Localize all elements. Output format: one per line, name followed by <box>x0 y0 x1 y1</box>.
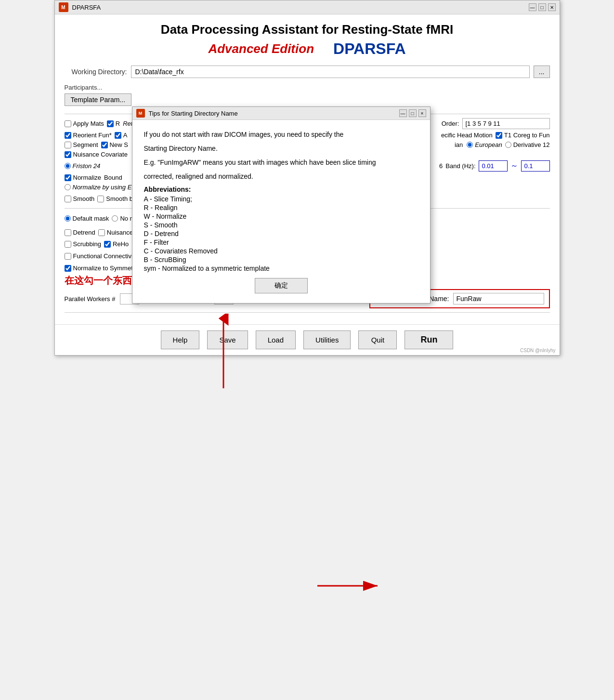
specific-head-motion-label: ecific Head Motion <box>441 132 493 139</box>
a-input[interactable] <box>115 132 121 139</box>
title-bar: M DPARSFA — □ ✕ <box>55 0 560 14</box>
reho-input[interactable] <box>104 241 111 248</box>
t1-coreg-checkbox[interactable]: T1 Coreg to Fun <box>496 132 550 139</box>
abbr-item-4: D - Detrend <box>144 230 418 238</box>
abbr-item-7: B - ScruBBing <box>144 256 418 264</box>
order-label: Order: <box>442 120 459 127</box>
new-s-input[interactable] <box>101 142 108 148</box>
functional-connectivity-input[interactable] <box>65 253 71 260</box>
dialog-maximize-btn[interactable]: □ <box>409 109 417 117</box>
friston24-input[interactable] <box>65 163 71 169</box>
t1-coreg-input[interactable] <box>496 132 502 139</box>
participant-label: Participants... <box>65 84 103 91</box>
quit-button[interactable]: Quit <box>358 330 397 349</box>
apply-mats-checkbox[interactable]: Apply Mats <box>65 120 104 127</box>
order-input[interactable] <box>462 118 550 129</box>
bound-label: Bound <box>104 174 122 181</box>
dialog-ok-button[interactable]: 确定 <box>255 278 308 293</box>
maximize-btn[interactable]: □ <box>538 3 546 11</box>
smooth-input[interactable] <box>65 196 71 202</box>
utilities-button[interactable]: Utilities <box>303 330 351 349</box>
smooth-checkbox[interactable]: Smooth <box>65 195 95 202</box>
detrend-checkbox[interactable]: Detrend <box>65 229 95 236</box>
new-s-checkbox[interactable]: New S <box>101 141 128 148</box>
r-checkbox[interactable]: R <box>107 120 120 127</box>
apply-mats-input[interactable] <box>65 120 71 127</box>
main-window: M DPARSFA — □ ✕ Data Processing Assistan… <box>54 0 560 356</box>
r-input[interactable] <box>107 120 114 127</box>
subtitle-row: Advanced Edition DPARSFA <box>65 40 550 58</box>
no-mask-input[interactable] <box>112 215 118 222</box>
tilde-symbol: ～ <box>510 161 518 171</box>
smooth-dartel-input[interactable] <box>97 196 104 202</box>
window-title: DPARSFA <box>72 4 525 11</box>
scrubbing-checkbox[interactable]: Scrubbing <box>65 240 102 248</box>
detrend-input[interactable] <box>65 229 71 236</box>
dialog-content: If you do not start with raw DICOM image… <box>132 120 430 303</box>
dialog-body-line2: Starting Directory Name. <box>144 144 418 154</box>
browse-button[interactable]: ... <box>534 66 550 78</box>
nuisance-covariate-input[interactable] <box>65 151 71 158</box>
reorient-fun-input[interactable] <box>65 132 71 139</box>
window-controls: — □ ✕ <box>529 3 556 11</box>
dialog-title-bar: M Tips for Starting Directory Name — □ × <box>132 107 430 120</box>
dialog-minimize-btn[interactable]: — <box>399 109 407 117</box>
band-min-input[interactable] <box>479 160 508 172</box>
abbr-item-1: R - Realign <box>144 204 418 211</box>
working-dir-row: Working Directory: ... <box>65 66 550 78</box>
dialog-body-line3: E.g. "FunImgARW" means you start with im… <box>144 158 418 168</box>
app-icon: M <box>59 2 68 12</box>
load-button[interactable]: Load <box>256 330 296 349</box>
segment-input[interactable] <box>65 142 71 148</box>
abbr-item-3: S - Smooth <box>144 221 418 229</box>
dialog-body-line4: corrected, realigned and normalized. <box>144 172 418 182</box>
reorient-fun-checkbox[interactable]: Reorient Fun* <box>65 132 112 139</box>
starting-dir-input[interactable] <box>453 293 544 304</box>
friston24-radio[interactable]: Friston 24 <box>65 162 101 170</box>
help-button[interactable]: Help <box>161 330 200 349</box>
normalize-symmetric-input[interactable] <box>65 265 71 272</box>
reho-checkbox[interactable]: ReHo <box>104 240 129 248</box>
main-title: Data Processing Assistant for Resting-St… <box>65 22 550 37</box>
european-radio-input[interactable] <box>467 142 473 148</box>
band-hz-label2: Band (Hz): <box>445 162 475 170</box>
dialog-abbr-list: A - Slice Timing;R - RealignW - Normaliz… <box>144 195 418 272</box>
segment-checkbox[interactable]: Segment <box>65 141 98 148</box>
minimize-btn[interactable]: — <box>529 3 536 11</box>
band-max-input[interactable] <box>521 160 550 172</box>
normalize-epi-input[interactable] <box>65 184 71 190</box>
default-mask-input[interactable] <box>65 215 71 222</box>
dialog-controls: — □ × <box>399 109 426 117</box>
template-params-button[interactable]: Template Param... <box>65 93 132 106</box>
derivative12-radio[interactable]: Derivative 12 <box>505 141 550 148</box>
derivative12-radio-input[interactable] <box>505 142 511 148</box>
default-mask-radio[interactable]: Default mask <box>65 215 109 222</box>
working-dir-input[interactable] <box>131 66 530 78</box>
close-btn[interactable]: ✕ <box>548 3 556 11</box>
band-separator: 6 <box>432 162 443 170</box>
scrubbing-input[interactable] <box>65 241 71 248</box>
dialog-icon: M <box>136 109 145 118</box>
dialog-ok-row: 确定 <box>144 278 418 293</box>
abbr-item-5: F - Filter <box>144 238 418 246</box>
run-button[interactable]: Run <box>405 330 453 349</box>
functional-connectivity-checkbox[interactable]: Functional Connectivity <box>65 252 138 260</box>
a-checkbox[interactable]: A <box>115 132 128 139</box>
dialog-close-btn[interactable]: × <box>418 109 426 117</box>
tips-dialog: M Tips for Starting Directory Name — □ ×… <box>132 106 431 304</box>
abbr-item-0: A - Slice Timing; <box>144 195 418 203</box>
nuisance-cov-regression-input[interactable] <box>98 229 105 236</box>
save-button[interactable]: Save <box>207 330 248 349</box>
participant-row: Participants... <box>65 84 550 91</box>
dparsfa-logo: DPARSFA <box>333 40 406 58</box>
abbr-item-2: W - Normalize <box>144 212 418 220</box>
normalize-input[interactable] <box>65 174 71 181</box>
bottom-toolbar: Help Save Load Utilities Quit Run <box>55 324 560 355</box>
nuisance-covariate-checkbox[interactable]: Nuisance Covariate <box>65 151 128 158</box>
european-radio[interactable]: European <box>467 141 502 148</box>
advanced-edition-label: Advanced Edition <box>208 41 314 56</box>
normalize-checkbox[interactable]: Normalize <box>65 174 102 181</box>
watermark: CSDN @nInIyhy <box>520 348 556 353</box>
band-hz-row: Band (Hz): ～ <box>445 160 549 172</box>
red-arrow-right-svg <box>315 576 382 595</box>
